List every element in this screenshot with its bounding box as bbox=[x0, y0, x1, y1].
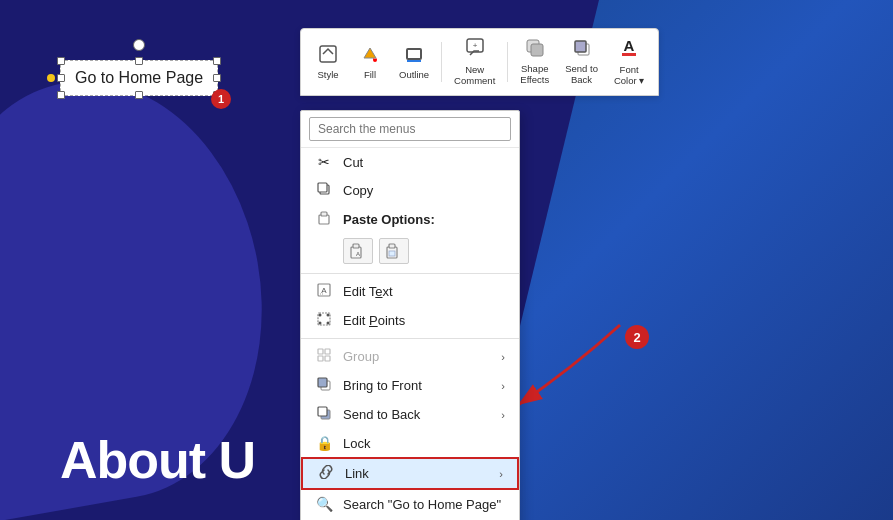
menu-item-link[interactable]: Link › bbox=[301, 457, 519, 490]
svg-rect-1 bbox=[407, 49, 421, 59]
handle-bl[interactable] bbox=[57, 91, 65, 99]
menu-item-edit-points-label: Edit Points bbox=[343, 313, 505, 328]
svg-rect-32 bbox=[325, 356, 330, 361]
handle-ml[interactable] bbox=[57, 74, 65, 82]
handle-tm[interactable] bbox=[135, 57, 143, 65]
svg-rect-14 bbox=[321, 212, 327, 216]
edit-points-icon bbox=[315, 312, 333, 329]
menu-item-link-label: Link bbox=[345, 466, 489, 481]
annotation-badge-2: 2 bbox=[625, 325, 649, 349]
ribbon-shape-effects[interactable]: ShapeEffects bbox=[514, 34, 555, 90]
handle-mr[interactable] bbox=[213, 74, 221, 82]
ribbon-font-color-label: FontColor ▾ bbox=[614, 64, 644, 87]
yellow-adjustment-dot[interactable] bbox=[47, 74, 55, 82]
send-to-back-icon bbox=[572, 38, 592, 61]
ribbon-font-color[interactable]: A FontColor ▾ bbox=[608, 33, 650, 91]
annotation-badge-1: 1 bbox=[211, 89, 231, 109]
ribbon-shape-effects-label: ShapeEffects bbox=[520, 63, 549, 86]
new-comment-icon: + bbox=[465, 37, 485, 62]
paste-option-2[interactable] bbox=[379, 238, 409, 264]
svg-point-26 bbox=[327, 314, 330, 317]
group-icon bbox=[315, 348, 333, 365]
menu-item-bring-to-front-label: Bring to Front bbox=[343, 378, 491, 393]
text-box-container[interactable]: Go to Home Page 1 bbox=[60, 60, 218, 96]
bring-to-front-submenu-arrow: › bbox=[501, 380, 505, 392]
separator-2 bbox=[301, 338, 519, 339]
lock-icon: 🔒 bbox=[315, 435, 333, 451]
svg-rect-8 bbox=[575, 41, 586, 52]
copy-icon bbox=[315, 182, 333, 199]
menu-item-group-label: Group bbox=[343, 349, 491, 364]
menu-item-search-label: Search "Go to Home Page" bbox=[343, 497, 505, 512]
svg-text:A: A bbox=[356, 251, 360, 257]
cut-icon: ✂ bbox=[315, 154, 333, 170]
svg-text:+: + bbox=[472, 41, 477, 50]
bring-to-front-icon bbox=[315, 377, 333, 394]
svg-point-25 bbox=[319, 314, 322, 317]
menu-item-copy-label: Copy bbox=[343, 183, 505, 198]
svg-rect-16 bbox=[353, 244, 359, 248]
link-submenu-arrow: › bbox=[499, 468, 503, 480]
svg-rect-6 bbox=[531, 44, 543, 56]
svg-rect-10 bbox=[622, 53, 636, 56]
text-box[interactable]: Go to Home Page 1 bbox=[60, 60, 218, 96]
outline-icon bbox=[404, 44, 424, 67]
svg-rect-20 bbox=[389, 251, 395, 256]
style-icon bbox=[318, 44, 338, 67]
paste-option-1[interactable]: A bbox=[343, 238, 373, 264]
svg-rect-29 bbox=[318, 349, 323, 354]
ribbon-style-label: Style bbox=[317, 69, 338, 80]
search-icon: 🔍 bbox=[315, 496, 333, 512]
menu-item-edit-text[interactable]: A Edit Text bbox=[301, 277, 519, 306]
send-to-back-icon bbox=[315, 406, 333, 423]
menu-item-copy[interactable]: Copy bbox=[301, 176, 519, 205]
svg-point-27 bbox=[319, 322, 322, 325]
menu-item-cut-label: Cut bbox=[343, 155, 505, 170]
ribbon-send-to-back[interactable]: Send toBack bbox=[559, 34, 604, 90]
menu-item-bring-to-front[interactable]: Bring to Front › bbox=[301, 371, 519, 400]
ribbon-divider-2 bbox=[507, 42, 508, 82]
send-to-back-submenu-arrow: › bbox=[501, 409, 505, 421]
menu-item-send-to-back-label: Send to Back bbox=[343, 407, 491, 422]
svg-rect-19 bbox=[389, 244, 395, 248]
group-submenu-arrow: › bbox=[501, 351, 505, 363]
fill-icon bbox=[360, 44, 380, 67]
svg-point-28 bbox=[327, 322, 330, 325]
menu-item-paste-label: Paste Options: bbox=[343, 212, 505, 227]
link-icon bbox=[317, 465, 335, 482]
svg-rect-36 bbox=[318, 407, 327, 416]
ribbon-fill-label: Fill bbox=[364, 69, 376, 80]
menu-item-send-to-back[interactable]: Send to Back › bbox=[301, 400, 519, 429]
shape-effects-icon bbox=[525, 38, 545, 61]
menu-item-edit-points[interactable]: Edit Points bbox=[301, 306, 519, 335]
menu-item-search[interactable]: 🔍 Search "Go to Home Page" bbox=[301, 490, 519, 518]
slide-about-text: About U bbox=[60, 430, 255, 490]
ribbon-fill[interactable]: Fill bbox=[351, 40, 389, 84]
text-box-content: Go to Home Page bbox=[75, 69, 203, 86]
context-menu: ✂ Cut Copy Paste Options: A A Edit Text bbox=[300, 110, 520, 520]
paste-options-row: A bbox=[301, 234, 519, 270]
menu-item-edit-text-label: Edit Text bbox=[343, 284, 505, 299]
edit-text-icon: A bbox=[315, 283, 333, 300]
menu-item-cut[interactable]: ✂ Cut bbox=[301, 148, 519, 176]
font-color-icon: A bbox=[619, 37, 639, 62]
ribbon-new-comment[interactable]: + NewComment bbox=[448, 33, 501, 91]
handle-tl[interactable] bbox=[57, 57, 65, 65]
ribbon-outline[interactable]: Outline bbox=[393, 40, 435, 84]
ribbon-outline-label: Outline bbox=[399, 69, 429, 80]
handle-tr[interactable] bbox=[213, 57, 221, 65]
rotate-handle[interactable] bbox=[133, 39, 145, 51]
ribbon-send-to-back-label: Send toBack bbox=[565, 63, 598, 86]
menu-item-group[interactable]: Group › bbox=[301, 342, 519, 371]
search-input[interactable] bbox=[309, 117, 511, 141]
ribbon-style[interactable]: Style bbox=[309, 40, 347, 84]
ribbon-toolbar: Style Fill Outline + NewComment ShapeEff… bbox=[300, 28, 659, 96]
svg-rect-34 bbox=[318, 378, 327, 387]
separator-1 bbox=[301, 273, 519, 274]
paste-icon bbox=[315, 211, 333, 228]
search-box-container bbox=[301, 111, 519, 148]
menu-item-lock[interactable]: 🔒 Lock bbox=[301, 429, 519, 457]
handle-bm[interactable] bbox=[135, 91, 143, 99]
menu-item-lock-label: Lock bbox=[343, 436, 505, 451]
svg-rect-31 bbox=[318, 356, 323, 361]
